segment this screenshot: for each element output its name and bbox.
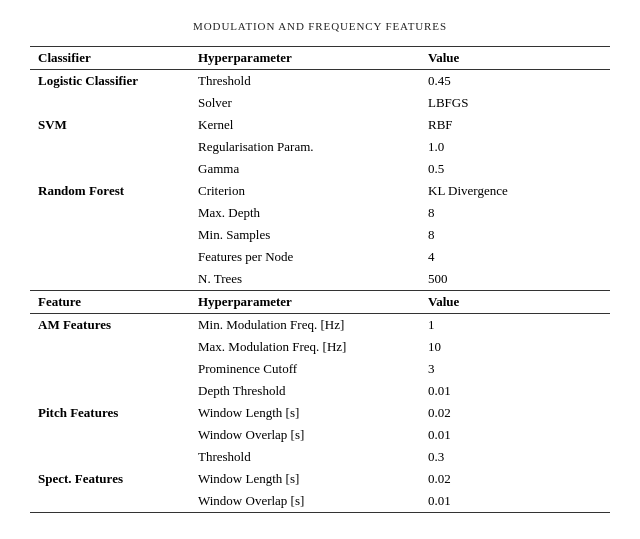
hyperparameter-col-header: Hyperparameter: [190, 47, 420, 70]
table-row: Regularisation Param.1.0: [30, 136, 610, 158]
feature-hyperparameter-cell: Min. Modulation Freq. [Hz]: [190, 314, 420, 337]
feature-hyperparameter-cell: Window Length [s]: [190, 468, 420, 490]
feature-col-header: Feature: [30, 291, 190, 314]
table-row: Window Overlap [s]0.01: [30, 490, 610, 513]
value-cell: 0.5: [420, 158, 610, 180]
feature-value-cell: 0.01: [420, 380, 610, 402]
feature-name: [30, 446, 190, 468]
classifier-name: [30, 92, 190, 114]
classifier-name: [30, 224, 190, 246]
hyperparameter-cell: Features per Node: [190, 246, 420, 268]
hyperparameter-cell: Max. Depth: [190, 202, 420, 224]
hyperparameter-cell: Criterion: [190, 180, 420, 202]
classifier-name: SVM: [30, 114, 190, 136]
table-row: Max. Modulation Freq. [Hz]10: [30, 336, 610, 358]
feature-value-cell: 10: [420, 336, 610, 358]
feature-value-cell: 1: [420, 314, 610, 337]
table-row: Logistic ClassifierThreshold0.45: [30, 70, 610, 93]
hyperparameter-cell: Min. Samples: [190, 224, 420, 246]
hyperparameter-cell: Solver: [190, 92, 420, 114]
table-row: Threshold0.3: [30, 446, 610, 468]
table-row: Pitch FeaturesWindow Length [s]0.02: [30, 402, 610, 424]
feature-name: [30, 358, 190, 380]
hyperparameter-cell: N. Trees: [190, 268, 420, 291]
value-cell: 8: [420, 224, 610, 246]
main-table: Classifier Hyperparameter Value Logistic…: [30, 46, 610, 513]
classifier-name: [30, 158, 190, 180]
classifier-name: Logistic Classifier: [30, 70, 190, 93]
value-cell: 0.45: [420, 70, 610, 93]
feature-value-cell: 0.01: [420, 490, 610, 513]
classifier-col-header: Classifier: [30, 47, 190, 70]
feature-name: [30, 424, 190, 446]
classifier-name: [30, 136, 190, 158]
feature-value-cell: 3: [420, 358, 610, 380]
value-cell: 8: [420, 202, 610, 224]
table-row: AM FeaturesMin. Modulation Freq. [Hz]1: [30, 314, 610, 337]
feature-hyperparameter-cell: Window Overlap [s]: [190, 424, 420, 446]
table-row: Gamma0.5: [30, 158, 610, 180]
feature-name: [30, 490, 190, 513]
value-col-header: Value: [420, 47, 610, 70]
feature-hyperparameter-cell: Max. Modulation Freq. [Hz]: [190, 336, 420, 358]
hyperparameter-cell: Regularisation Param.: [190, 136, 420, 158]
feature-hyperparameter-cell: Depth Threshold: [190, 380, 420, 402]
table-row: SVMKernelRBF: [30, 114, 610, 136]
classifier-name: Random Forest: [30, 180, 190, 202]
feature-value-cell: 0.02: [420, 468, 610, 490]
value-cell: RBF: [420, 114, 610, 136]
feature-hyperparameter-cell: Prominence Cutoff: [190, 358, 420, 380]
value-cell: LBFGS: [420, 92, 610, 114]
feature-name: AM Features: [30, 314, 190, 337]
table-row: N. Trees500: [30, 268, 610, 291]
classifier-header-row: Classifier Hyperparameter Value: [30, 47, 610, 70]
classifier-name: [30, 246, 190, 268]
feature-value-cell: 0.02: [420, 402, 610, 424]
feature-hyperparameter-cell: Threshold: [190, 446, 420, 468]
classifier-name: [30, 202, 190, 224]
table-row: Max. Depth8: [30, 202, 610, 224]
feature-name: [30, 336, 190, 358]
feature-hyperparameter-cell: Window Length [s]: [190, 402, 420, 424]
hyperparameter-cell: Kernel: [190, 114, 420, 136]
feature-hyperparameter-cell: Window Overlap [s]: [190, 490, 420, 513]
feature-name: [30, 380, 190, 402]
table-row: SolverLBFGS: [30, 92, 610, 114]
value-cell: KL Divergence: [420, 180, 610, 202]
table-row: Random ForestCriterionKL Divergence: [30, 180, 610, 202]
feature-name: Spect. Features: [30, 468, 190, 490]
value-cell: 500: [420, 268, 610, 291]
value-cell: 1.0: [420, 136, 610, 158]
feature-value-cell: 0.3: [420, 446, 610, 468]
feature-header-row: Feature Hyperparameter Value: [30, 291, 610, 314]
table-row: Window Overlap [s]0.01: [30, 424, 610, 446]
classifier-name: [30, 268, 190, 291]
table-row: Min. Samples8: [30, 224, 610, 246]
table-row: Features per Node4: [30, 246, 610, 268]
feature-value-col-header: Value: [420, 291, 610, 314]
table-row: Spect. FeaturesWindow Length [s]0.02: [30, 468, 610, 490]
feature-hyper-col-header: Hyperparameter: [190, 291, 420, 314]
table-row: Depth Threshold0.01: [30, 380, 610, 402]
hyperparameter-cell: Threshold: [190, 70, 420, 93]
hyperparameter-cell: Gamma: [190, 158, 420, 180]
page-title: MODULATION AND FREQUENCY FEATURES: [193, 20, 447, 32]
feature-name: Pitch Features: [30, 402, 190, 424]
value-cell: 4: [420, 246, 610, 268]
table-row: Prominence Cutoff3: [30, 358, 610, 380]
feature-value-cell: 0.01: [420, 424, 610, 446]
